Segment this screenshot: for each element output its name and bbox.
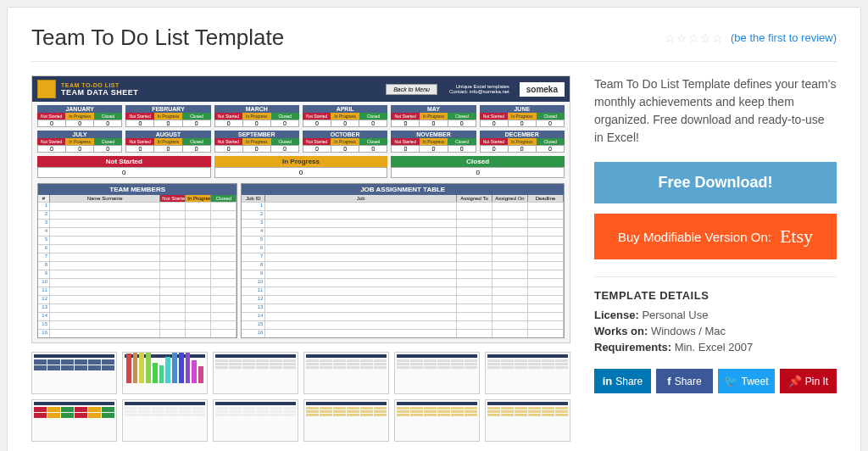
table-row: 6 <box>242 244 564 253</box>
month-block: JULYNot StartedIn ProgressClosed000 <box>37 131 122 153</box>
pinterest-pin-button[interactable]: 📌Pin It <box>780 369 837 393</box>
month-block: OCTOBERNot StartedIn ProgressClosed000 <box>303 131 387 153</box>
thumbnail[interactable] <box>213 352 298 394</box>
table-row: 15 <box>38 320 236 329</box>
months-grid: JANUARYNot StartedIn ProgressClosed000FE… <box>32 102 570 154</box>
detail-license: License: Personal Use <box>594 309 837 321</box>
table-row: 10 <box>38 278 236 287</box>
month-block: AUGUSTNot StartedIn ProgressClosed000 <box>125 131 210 153</box>
month-block: DECEMBERNot StartedIn ProgressClosed000 <box>480 131 565 153</box>
thumbnail[interactable] <box>394 399 480 442</box>
table-row: 1 <box>242 202 564 210</box>
review-link[interactable]: (be the first to review) <box>731 31 837 44</box>
sheet-subtitle: TEAM TO-DO LIST <box>61 82 381 88</box>
right-column: Team To Do List Template defines your te… <box>594 75 837 442</box>
thumbnail[interactable] <box>394 352 480 394</box>
back-button: Back to Menu <box>386 84 437 95</box>
table-row: 4 <box>38 227 236 236</box>
thumbnail[interactable] <box>122 352 208 394</box>
month-block: APRILNot StartedIn ProgressClosed000 <box>303 105 387 127</box>
twitter-tweet-button[interactable]: 🐦Tweet <box>718 369 775 393</box>
table-row: 16 <box>242 329 564 337</box>
table-row: 15 <box>242 320 564 329</box>
linkedin-share-button[interactable]: inShare <box>594 369 651 393</box>
thumbnail[interactable] <box>31 399 117 442</box>
thumbnail[interactable] <box>213 399 298 442</box>
month-block: JUNENot StartedIn ProgressClosed000 <box>480 105 565 127</box>
table-row: 7 <box>242 253 564 261</box>
month-block: NOVEMBERNot StartedIn ProgressClosed000 <box>391 131 476 153</box>
thumbnail[interactable] <box>122 399 208 442</box>
rating: ☆☆☆☆☆ (be the first to review) <box>665 31 837 45</box>
table-row: 9 <box>38 270 236 278</box>
table-row: 12 <box>38 295 236 303</box>
table-row: 1 <box>38 202 236 210</box>
pinterest-icon: 📌 <box>788 375 802 387</box>
table-row: 13 <box>38 303 236 312</box>
detail-works: Works on: Windows / Mac <box>594 325 837 337</box>
table-row: 13 <box>242 303 564 312</box>
table-row: 7 <box>38 253 236 261</box>
detail-requirements: Requirements: Min. Excel 2007 <box>594 341 837 354</box>
table-row: 11 <box>38 287 236 295</box>
table-row: 5 <box>38 236 236 244</box>
table-row: 2 <box>242 210 564 219</box>
thumbnail[interactable] <box>485 399 570 442</box>
brand-logo: someka <box>520 82 565 97</box>
thumbnail[interactable] <box>31 352 117 394</box>
table-row: 11 <box>242 287 564 295</box>
table-row: 8 <box>242 261 564 270</box>
table-row: 16 <box>38 329 236 337</box>
thumbnail[interactable] <box>303 399 389 442</box>
table-row: 9 <box>242 270 564 278</box>
stars-icon: ☆☆☆☆☆ <box>665 31 724 45</box>
header: Team To Do List Template ☆☆☆☆☆ (be the f… <box>31 25 837 62</box>
table-row: 10 <box>242 278 564 287</box>
table-row: 5 <box>242 236 564 244</box>
table-row: 2 <box>38 210 236 219</box>
table-row: 3 <box>242 219 564 227</box>
preview-image[interactable]: TEAM TO-DO LIST TEAM DATA SHEET Back to … <box>31 75 570 343</box>
left-column: TEAM TO-DO LIST TEAM DATA SHEET Back to … <box>31 75 570 442</box>
month-block: MARCHNot StartedIn ProgressClosed000 <box>214 105 299 127</box>
download-button[interactable]: Free Download! <box>594 162 837 203</box>
facebook-share-button[interactable]: fShare <box>656 369 713 393</box>
month-block: FEBRUARYNot StartedIn ProgressClosed000 <box>125 105 210 127</box>
facebook-icon: f <box>667 375 670 387</box>
thumbnails <box>31 352 570 442</box>
table-row: 3 <box>38 219 236 227</box>
sheet-meta: Unique Excel templates Contact: info@som… <box>449 84 509 94</box>
table-row: 14 <box>38 312 236 320</box>
details-heading: TEMPLATE DETAILS <box>594 289 837 302</box>
month-block: MAYNot StartedIn ProgressClosed000 <box>391 105 476 127</box>
sheet-header: TEAM TO-DO LIST TEAM DATA SHEET Back to … <box>32 76 570 102</box>
thumbnail[interactable] <box>303 352 389 394</box>
page-title: Team To Do List Template <box>31 25 284 51</box>
twitter-icon: 🐦 <box>724 375 737 387</box>
jobs-table: JOB ASSIGNMENT TABLE Job ID Job Assigned… <box>241 183 565 338</box>
sheet-title: TEAM DATA SHEET <box>61 88 381 97</box>
thumbnail[interactable] <box>485 352 570 394</box>
table-row: 4 <box>242 227 564 236</box>
table-row: 12 <box>242 295 564 303</box>
table-row: 6 <box>38 244 236 253</box>
description: Team To Do List Template defines your te… <box>594 75 837 147</box>
month-block: JANUARYNot StartedIn ProgressClosed000 <box>37 105 122 127</box>
month-block: SEPTEMBERNot StartedIn ProgressClosed000 <box>214 131 299 153</box>
etsy-logo: Etsy <box>780 226 813 248</box>
product-card: Team To Do List Template ☆☆☆☆☆ (be the f… <box>7 7 861 451</box>
social-buttons: inShare fShare 🐦Tweet 📌Pin It <box>594 369 837 393</box>
linkedin-icon: in <box>603 375 613 387</box>
table-row: 8 <box>38 261 236 270</box>
summary-row: Not Started0 In Progress0 Closed0 <box>32 154 570 183</box>
content: TEAM TO-DO LIST TEAM DATA SHEET Back to … <box>31 75 837 442</box>
buy-button[interactable]: Buy Modifiable Version On: Etsy <box>594 214 837 259</box>
members-table: TEAM MEMBERS # Name Surname Not Started … <box>37 183 237 338</box>
preview-inner: TEAM TO-DO LIST TEAM DATA SHEET Back to … <box>32 76 570 342</box>
sheet-logo-icon <box>37 80 56 98</box>
tables: TEAM MEMBERS # Name Surname Not Started … <box>32 183 570 343</box>
template-details: TEMPLATE DETAILS License: Personal Use W… <box>594 276 837 354</box>
table-row: 14 <box>242 312 564 320</box>
